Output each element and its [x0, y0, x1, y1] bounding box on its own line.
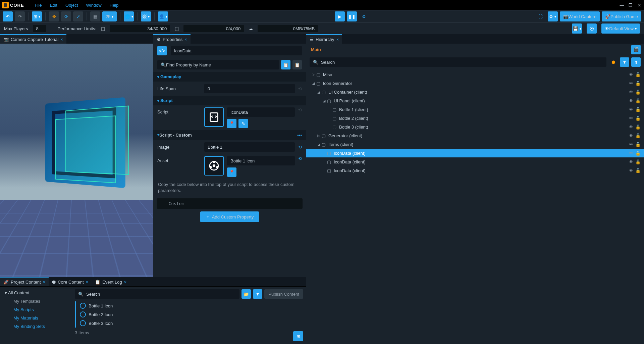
lock-icon[interactable]: 🔓	[635, 107, 641, 112]
lock-icon[interactable]: 🔓	[635, 142, 641, 147]
paste-button[interactable]: 📋	[292, 60, 302, 69]
properties-tab[interactable]: ⚙ Properties ×	[153, 34, 191, 44]
open-folder-button[interactable]: 📁	[241, 289, 251, 299]
copy-button[interactable]: 📋	[281, 60, 290, 69]
lock-icon[interactable]: 🔓	[635, 72, 641, 77]
tab-close-icon[interactable]: ×	[60, 37, 63, 42]
expand-arrow[interactable]: ◢	[316, 142, 321, 147]
grid-toggle[interactable]: ▦	[90, 11, 100, 21]
expand-arrow[interactable]: ▷	[316, 134, 321, 138]
visibility-icon[interactable]: 👁	[629, 142, 633, 147]
menu-edit[interactable]: Edit	[46, 3, 61, 8]
selected-cube-object[interactable]	[55, 115, 116, 183]
reset-icon[interactable]: ⟲	[298, 156, 302, 161]
player-menu[interactable]: 👤	[158, 11, 168, 21]
publish-game-button[interactable]: 🚀 Publish Game	[602, 11, 641, 21]
section-script[interactable]: Script	[153, 96, 306, 105]
save-dropdown[interactable]: 💾	[572, 23, 582, 34]
grid-size-dropdown[interactable]: 25	[102, 11, 117, 21]
multiplayer-icon[interactable]: ⚙	[359, 11, 369, 21]
tab-close-icon[interactable]: ×	[86, 280, 89, 285]
menu-object[interactable]: Object	[61, 3, 82, 8]
reset-icon[interactable]: ⟲	[298, 107, 302, 112]
image-menu[interactable]: 🖼	[141, 11, 151, 21]
scale-tool[interactable]: ⤢	[73, 11, 83, 21]
lock-icon[interactable]: 🔓	[635, 133, 641, 138]
help-button[interactable]: ⦿	[587, 23, 597, 34]
viewport-tab[interactable]: 📷 Camera Capture Tutorial ×	[0, 34, 66, 44]
tab-close-icon[interactable]: ×	[184, 37, 187, 42]
snap-menu[interactable]: ⊞	[32, 11, 42, 21]
code-sample[interactable]: -- Custom	[157, 198, 303, 209]
locate-button[interactable]: 📍	[227, 167, 236, 177]
filter-button[interactable]: ▼	[620, 57, 629, 67]
settings-menu[interactable]: ⚙	[548, 11, 558, 21]
minimize-icon[interactable]: —	[619, 2, 625, 8]
hierarchy-tab[interactable]: ☰ Hierarchy ×	[306, 34, 342, 44]
lock-icon[interactable]: 🔓	[635, 159, 641, 164]
script-asset-icon[interactable]	[204, 107, 224, 127]
visibility-icon[interactable]: 👁	[629, 81, 633, 86]
sidebar-bindings[interactable]: My Binding Sets	[0, 322, 72, 331]
reset-icon[interactable]: ⟲	[298, 145, 302, 150]
lock-icon[interactable]: 🔓	[635, 116, 641, 121]
expand-arrow[interactable]: ◢	[322, 99, 326, 103]
expand-arrow[interactable]: ◢	[316, 90, 321, 94]
project-item[interactable]: Bottle 3 Icon	[78, 319, 303, 328]
tree-node[interactable]: ▢Bottle 1 (client)👁🔓	[306, 105, 644, 114]
reset-icon[interactable]: ⟲	[298, 86, 302, 91]
asset-icon[interactable]	[204, 156, 224, 176]
project-item[interactable]: Bottle 1 Icon	[78, 301, 303, 310]
sidebar-templates[interactable]: My Templates	[0, 297, 72, 305]
publish-content-button[interactable]: Publish Content	[264, 289, 303, 299]
all-content[interactable]: ▾ All Content	[0, 289, 72, 297]
visibility-icon[interactable]: 👁	[629, 98, 633, 103]
tab-close-icon[interactable]: ×	[124, 280, 127, 285]
tree-node[interactable]: ▢IconData (client)👁🔓	[306, 157, 644, 166]
max-players-value[interactable]: 8	[33, 25, 46, 32]
visibility-icon[interactable]: 👁	[629, 159, 633, 164]
tree-node[interactable]: ◢▢UI Container (client)👁🔓	[306, 88, 644, 96]
sidebar-materials[interactable]: My Materials	[0, 314, 72, 322]
lock-icon[interactable]: 🔓	[635, 81, 641, 86]
tree-node[interactable]: ▢IconData (client)👁🔒	[306, 149, 644, 157]
core-content-tab[interactable]: ⬢Core Content×	[49, 277, 92, 286]
image-value[interactable]: Bottle 1	[204, 142, 295, 152]
lifespan-input[interactable]: 0	[204, 84, 295, 93]
undo-button[interactable]: ↶	[3, 11, 13, 21]
lock-icon[interactable]: 🔓	[635, 90, 641, 95]
redo-button[interactable]: ↷	[15, 11, 25, 21]
menu-help[interactable]: Help	[106, 3, 123, 8]
maximize-icon[interactable]: ❐	[628, 2, 633, 8]
lock-icon[interactable]: 🔓	[635, 168, 641, 173]
visibility-icon[interactable]: 👁	[629, 107, 633, 112]
expand-arrow[interactable]: ▷	[311, 72, 316, 77]
add-custom-property-button[interactable]: ＋ Add Custom Property	[200, 211, 259, 222]
tree-node[interactable]: ▷▢Generator (client)👁🔓	[306, 131, 644, 140]
close-icon[interactable]: ✕	[637, 2, 642, 8]
visibility-icon[interactable]: 👁	[629, 168, 633, 173]
visibility-icon[interactable]: 👁	[629, 151, 633, 156]
more-icon[interactable]: •••	[297, 133, 302, 138]
visibility-icon[interactable]: 👁	[629, 90, 633, 95]
upload-button[interactable]: ⬆	[631, 57, 641, 67]
section-custom[interactable]: Script - Custom•••	[153, 130, 306, 140]
project-item[interactable]: Bottle 2 Icon	[78, 310, 303, 319]
menu-window[interactable]: Window	[82, 3, 106, 8]
visibility-icon[interactable]: 👁	[629, 133, 633, 138]
hierarchy-tree[interactable]: ▷▢Misc👁🔓◢▢Icon Generator👁🔓◢▢UI Container…	[306, 69, 644, 176]
tree-node[interactable]: ◢▢Icon Generator👁🔓	[306, 79, 644, 88]
tab-close-icon[interactable]: ×	[43, 280, 46, 285]
rotate-tool[interactable]: ⟳	[61, 11, 71, 21]
project-content-tab[interactable]: 🚀Project Content×	[0, 277, 49, 286]
tab-close-icon[interactable]: ×	[336, 37, 339, 42]
object-name-input[interactable]: IconData	[171, 46, 302, 55]
sidebar-scripts[interactable]: My Scripts	[0, 305, 72, 314]
screen-icon[interactable]: ⛶	[536, 11, 546, 21]
tree-node[interactable]: ◢▢Items (client)👁🔓	[306, 140, 644, 149]
event-log-tab[interactable]: 📋Event Log×	[92, 277, 130, 286]
lock-icon[interactable]: 🔒	[635, 151, 641, 156]
visibility-icon[interactable]: 👁	[629, 72, 633, 77]
lock-icon[interactable]: 🔓	[635, 125, 641, 130]
package-icon[interactable]: ⬢	[608, 57, 618, 67]
